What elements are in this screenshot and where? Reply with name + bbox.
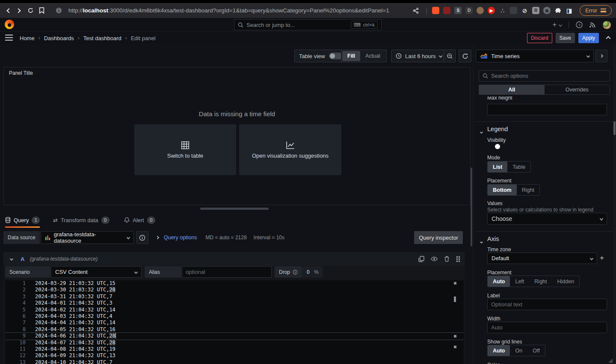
breadcrumb-home[interactable]: Home: [20, 35, 35, 41]
splitview-extension-icon[interactable]: ◨: [566, 7, 573, 14]
blocked-extension-icon[interactable]: ⊘: [521, 7, 528, 14]
table-view-toggle[interactable]: [329, 53, 343, 59]
query-collapse-icon[interactable]: [10, 257, 13, 261]
site-info-icon[interactable]: [53, 5, 64, 16]
puzzle-extension-icon[interactable]: [554, 7, 562, 14]
duplicate-query-icon[interactable]: [418, 256, 424, 262]
add-timezone-button[interactable]: +: [600, 254, 604, 262]
editor-line-12[interactable]: 122024-04-09 21:04:32 UTC,13: [5, 352, 464, 359]
r-extension-icon[interactable]: R: [532, 7, 539, 14]
editor-line-10[interactable]: 102024-04-07 21:04:32 UTC,28: [5, 340, 464, 346]
open-viz-suggestions-button[interactable]: [595, 50, 607, 62]
switch-to-table-card[interactable]: Switch to table: [134, 124, 236, 175]
window-scrollbar-thumb[interactable]: [613, 121, 616, 135]
news-rss-icon[interactable]: [589, 22, 596, 28]
bookmark-icon[interactable]: [36, 5, 47, 16]
brave-shield-icon[interactable]: [432, 7, 439, 14]
query-options-chevron-icon[interactable]: [155, 236, 159, 239]
editor-line-13[interactable]: 132024-04-10 21:04:32 UTC,7: [5, 359, 464, 364]
zoom-out-button[interactable]: [444, 50, 456, 62]
collapse-options-icon[interactable]: [607, 34, 610, 42]
axis-collapse-icon[interactable]: [480, 237, 483, 245]
editor-line-7[interactable]: 72024-04-04 21:04:32 UTC,14: [5, 320, 464, 326]
editor-line-1[interactable]: 12024-03-29 21:03:32 UTC,15: [5, 280, 464, 287]
max-height-input[interactable]: [487, 104, 607, 115]
query-inspector-button[interactable]: Query inspector: [414, 231, 463, 244]
legend-values-select[interactable]: Choose: [487, 213, 607, 225]
left-pane-scrollbar[interactable]: [471, 167, 472, 247]
refresh-button[interactable]: [459, 50, 471, 62]
breadcrumb-dashboard-name[interactable]: Test dashboard: [83, 35, 121, 41]
tab-overrides[interactable]: Overrides: [545, 85, 610, 94]
new-item-button[interactable]: +: [553, 21, 562, 29]
save-button[interactable]: Save: [556, 33, 575, 43]
scenario-select[interactable]: CSV Content: [51, 266, 142, 278]
pane-resize-handle[interactable]: [200, 208, 269, 210]
drag-query-grip-icon[interactable]: [456, 256, 460, 262]
d-extension-icon[interactable]: D: [465, 7, 473, 14]
grid-lines-auto[interactable]: Auto: [488, 345, 510, 356]
timezone-select[interactable]: Default: [487, 252, 597, 264]
browser-reload-icon[interactable]: [25, 5, 36, 16]
editor-line-6[interactable]: 62024-04-03 21:04:32 UTC,4: [5, 313, 464, 320]
axis-placement-auto[interactable]: Auto: [488, 276, 510, 287]
user-avatar[interactable]: [603, 21, 611, 29]
grid-lines-off[interactable]: Off: [527, 345, 545, 356]
editor-line-2[interactable]: 22024-03-30 21:03:32 UTC,28: [5, 287, 464, 293]
editor-line-5[interactable]: 52024-04-02 21:04:32 UTC,14: [5, 307, 464, 313]
hide-response-eye-icon[interactable]: [431, 256, 438, 261]
help-icon[interactable]: ?: [576, 21, 583, 28]
legend-section-title[interactable]: Legend: [487, 126, 508, 132]
actual-option[interactable]: Actual: [360, 51, 385, 61]
editor-line-3[interactable]: 32024-03-31 21:03:32 UTC,7: [5, 294, 464, 300]
dark-extension-icon[interactable]: [510, 7, 517, 14]
tab-all-options[interactable]: All: [479, 85, 545, 94]
breadcrumb-dashboards[interactable]: Dashboards: [44, 35, 74, 41]
query-row-header[interactable]: A (grafana-testdata-datasource): [3, 252, 465, 266]
grafana-logo-icon[interactable]: [5, 20, 14, 29]
csv-content-editor[interactable]: 12024-03-29 21:03:32 UTC,1522024-03-30 2…: [5, 280, 464, 364]
axis-width-input[interactable]: [487, 322, 607, 333]
panel-title[interactable]: Panel Title: [9, 70, 33, 76]
mega-menu-icon[interactable]: [5, 35, 13, 41]
legend-mode-list[interactable]: List: [488, 161, 507, 172]
query-options-link[interactable]: Query options: [164, 235, 197, 241]
editor-line-4[interactable]: 42024-04-01 21:04:32 UTC,3: [5, 300, 464, 306]
drop-percent-input[interactable]: 0 %: [302, 266, 323, 278]
apply-button[interactable]: Apply: [578, 33, 599, 43]
axis-placement-left[interactable]: Left: [510, 276, 529, 287]
tab-alert[interactable]: Alert 0: [124, 212, 155, 228]
editor-line-9[interactable]: 92024-04-06 21:04:32 UTC,28: [5, 333, 464, 339]
delete-query-trash-icon[interactable]: [444, 256, 450, 262]
options-search[interactable]: [479, 70, 610, 82]
legend-collapse-icon[interactable]: [480, 127, 483, 135]
grid-lines-on[interactable]: On: [510, 345, 527, 356]
time-range-picker[interactable]: Last 6 hours: [391, 50, 447, 62]
axis-placement-right[interactable]: Right: [529, 276, 552, 287]
editor-line-8[interactable]: 82024-04-05 21:04:32 UTC,16: [5, 326, 464, 333]
axis-label-input[interactable]: [487, 299, 607, 310]
tab-transform[interactable]: ⇄ Transform data 0: [53, 212, 110, 228]
global-search[interactable]: ⌨ ctrl+k: [234, 19, 382, 30]
play-extension-icon[interactable]: ▶: [488, 7, 495, 14]
editor-line-11[interactable]: 112024-04-08 21:04:32 UTC,19: [5, 346, 464, 352]
legend-placement-right[interactable]: Right: [517, 185, 539, 195]
open-suggestions-card[interactable]: Open visualization suggestions: [239, 124, 341, 175]
axis-section-title[interactable]: Axis: [487, 235, 499, 242]
browser-forward-icon[interactable]: [14, 5, 25, 16]
tab-query[interactable]: Query 1: [5, 212, 40, 228]
url-bar[interactable]: http://localhost:3000/d/edk4m6bt6k4xsa/t…: [68, 7, 410, 14]
error-menu-button[interactable]: Error: [580, 5, 612, 16]
discard-button[interactable]: Discard: [527, 33, 552, 43]
datasource-help-button[interactable]: [136, 231, 148, 244]
fill-option[interactable]: Fill: [342, 51, 360, 61]
s-extension-icon[interactable]: S: [454, 7, 462, 14]
legend-mode-table[interactable]: Table: [507, 161, 530, 172]
alias-input[interactable]: [182, 266, 272, 278]
browser-back-icon[interactable]: [3, 5, 14, 16]
share-icon[interactable]: [410, 5, 421, 16]
visualization-picker[interactable]: Time series: [476, 50, 594, 62]
datasource-picker[interactable]: grafana-testdata-datasource: [41, 231, 134, 244]
global-search-input[interactable]: [246, 22, 348, 28]
camera-extension-icon[interactable]: ◉: [543, 7, 551, 14]
